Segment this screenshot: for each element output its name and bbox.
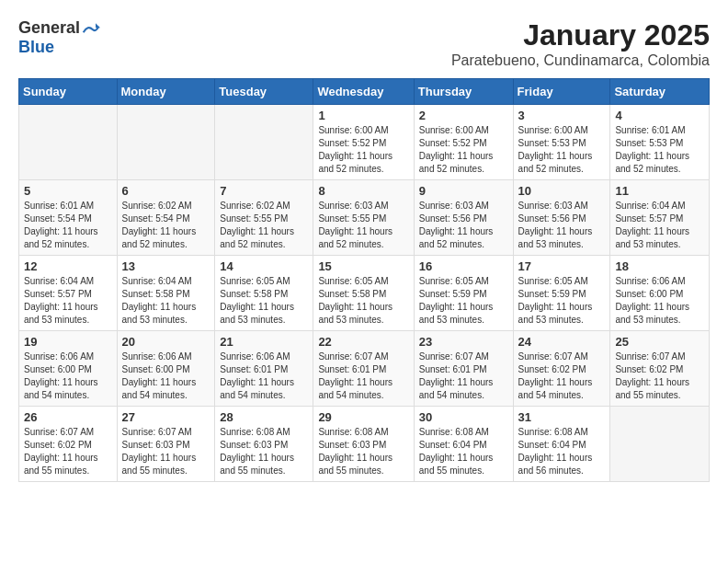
- calendar-table: Sunday Monday Tuesday Wednesday Thursday…: [18, 78, 710, 482]
- day-info: Sunrise: 6:00 AMSunset: 5:53 PMDaylight:…: [518, 124, 606, 176]
- day-info: Sunrise: 6:07 AMSunset: 6:03 PMDaylight:…: [122, 426, 210, 477]
- header-sunday: Sunday: [19, 79, 118, 105]
- day-info: Sunrise: 6:00 AMSunset: 5:52 PMDaylight:…: [318, 124, 408, 176]
- day-info: Sunrise: 6:06 AMSunset: 6:00 PMDaylight:…: [615, 275, 704, 327]
- table-row: 28Sunrise: 6:08 AMSunset: 6:03 PMDayligh…: [215, 407, 313, 482]
- day-number: 11: [615, 184, 704, 198]
- day-number: 25: [615, 335, 704, 349]
- day-number: 15: [318, 259, 408, 273]
- day-info: Sunrise: 6:05 AMSunset: 5:58 PMDaylight:…: [220, 275, 308, 327]
- table-row: 22Sunrise: 6:07 AMSunset: 6:01 PMDayligh…: [313, 331, 414, 407]
- table-row: 25Sunrise: 6:07 AMSunset: 6:02 PMDayligh…: [610, 331, 710, 407]
- day-number: 9: [419, 184, 508, 198]
- day-number: 13: [122, 259, 210, 273]
- logo-blue: Blue: [18, 39, 100, 57]
- day-info: Sunrise: 6:02 AMSunset: 5:54 PMDaylight:…: [122, 200, 210, 251]
- table-row: 21Sunrise: 6:06 AMSunset: 6:01 PMDayligh…: [215, 331, 313, 407]
- table-row: 10Sunrise: 6:03 AMSunset: 5:56 PMDayligh…: [513, 180, 610, 256]
- table-row: 13Sunrise: 6:04 AMSunset: 5:58 PMDayligh…: [117, 256, 215, 331]
- header-tuesday: Tuesday: [215, 79, 313, 105]
- day-info: Sunrise: 6:08 AMSunset: 6:03 PMDaylight:…: [220, 426, 308, 477]
- table-row: [19, 105, 118, 180]
- calendar-week-row: 1Sunrise: 6:00 AMSunset: 5:52 PMDaylight…: [19, 105, 710, 180]
- table-row: 26Sunrise: 6:07 AMSunset: 6:02 PMDayligh…: [19, 407, 118, 482]
- table-row: 5Sunrise: 6:01 AMSunset: 5:54 PMDaylight…: [19, 180, 118, 256]
- day-info: Sunrise: 6:02 AMSunset: 5:55 PMDaylight:…: [220, 200, 308, 251]
- page-header: General Blue January 2025 Paratebueno, C…: [18, 18, 710, 69]
- calendar-week-row: 26Sunrise: 6:07 AMSunset: 6:02 PMDayligh…: [19, 407, 710, 482]
- table-row: 6Sunrise: 6:02 AMSunset: 5:54 PMDaylight…: [117, 180, 215, 256]
- table-row: 20Sunrise: 6:06 AMSunset: 6:00 PMDayligh…: [117, 331, 215, 407]
- day-info: Sunrise: 6:05 AMSunset: 5:59 PMDaylight:…: [518, 275, 606, 327]
- day-info: Sunrise: 6:06 AMSunset: 6:00 PMDaylight:…: [122, 350, 210, 402]
- day-info: Sunrise: 6:08 AMSunset: 6:03 PMDaylight:…: [318, 426, 408, 477]
- day-info: Sunrise: 6:06 AMSunset: 6:01 PMDaylight:…: [220, 350, 308, 402]
- header-wednesday: Wednesday: [313, 79, 414, 105]
- day-info: Sunrise: 6:04 AMSunset: 5:58 PMDaylight:…: [122, 275, 210, 327]
- day-number: 6: [122, 184, 210, 198]
- table-row: [215, 105, 313, 180]
- table-row: 1Sunrise: 6:00 AMSunset: 5:52 PMDaylight…: [313, 105, 414, 180]
- day-info: Sunrise: 6:03 AMSunset: 5:55 PMDaylight:…: [318, 200, 408, 251]
- day-number: 30: [419, 410, 508, 424]
- table-row: 15Sunrise: 6:05 AMSunset: 5:58 PMDayligh…: [313, 256, 414, 331]
- table-row: 11Sunrise: 6:04 AMSunset: 5:57 PMDayligh…: [610, 180, 710, 256]
- day-number: 5: [24, 184, 112, 198]
- day-info: Sunrise: 6:05 AMSunset: 5:59 PMDaylight:…: [419, 275, 508, 327]
- day-info: Sunrise: 6:03 AMSunset: 5:56 PMDaylight:…: [419, 200, 508, 251]
- table-row: 12Sunrise: 6:04 AMSunset: 5:57 PMDayligh…: [19, 256, 118, 331]
- day-number: 12: [24, 259, 112, 273]
- table-row: 18Sunrise: 6:06 AMSunset: 6:00 PMDayligh…: [610, 256, 710, 331]
- table-row: 3Sunrise: 6:00 AMSunset: 5:53 PMDaylight…: [513, 105, 610, 180]
- day-info: Sunrise: 6:07 AMSunset: 6:01 PMDaylight:…: [318, 350, 408, 402]
- logo: General Blue: [18, 18, 100, 57]
- header-monday: Monday: [117, 79, 215, 105]
- table-row: 19Sunrise: 6:06 AMSunset: 6:00 PMDayligh…: [19, 331, 118, 407]
- table-row: [117, 105, 215, 180]
- table-row: 7Sunrise: 6:02 AMSunset: 5:55 PMDaylight…: [215, 180, 313, 256]
- day-number: 21: [220, 335, 308, 349]
- day-number: 18: [615, 259, 704, 273]
- day-number: 22: [318, 335, 408, 349]
- table-row: 23Sunrise: 6:07 AMSunset: 6:01 PMDayligh…: [414, 331, 513, 407]
- day-number: 28: [220, 410, 308, 424]
- table-row: 16Sunrise: 6:05 AMSunset: 5:59 PMDayligh…: [414, 256, 513, 331]
- calendar-header-row: Sunday Monday Tuesday Wednesday Thursday…: [19, 79, 710, 105]
- location-title: Paratebueno, Cundinamarca, Colombia: [451, 52, 710, 69]
- header-friday: Friday: [513, 79, 610, 105]
- day-info: Sunrise: 6:01 AMSunset: 5:53 PMDaylight:…: [615, 124, 704, 176]
- day-number: 2: [419, 109, 508, 122]
- table-row: 17Sunrise: 6:05 AMSunset: 5:59 PMDayligh…: [513, 256, 610, 331]
- table-row: 2Sunrise: 6:00 AMSunset: 5:52 PMDaylight…: [414, 105, 513, 180]
- day-info: Sunrise: 6:07 AMSunset: 6:02 PMDaylight:…: [615, 350, 704, 402]
- day-number: 24: [518, 335, 606, 349]
- day-number: 3: [518, 109, 606, 122]
- header-saturday: Saturday: [610, 79, 710, 105]
- day-number: 1: [318, 109, 408, 122]
- day-number: 10: [518, 184, 606, 198]
- table-row: 24Sunrise: 6:07 AMSunset: 6:02 PMDayligh…: [513, 331, 610, 407]
- day-number: 31: [518, 410, 606, 424]
- month-title: January 2025: [451, 18, 710, 52]
- day-info: Sunrise: 6:07 AMSunset: 6:01 PMDaylight:…: [419, 350, 508, 402]
- table-row: [610, 407, 710, 482]
- table-row: 9Sunrise: 6:03 AMSunset: 5:56 PMDaylight…: [414, 180, 513, 256]
- day-info: Sunrise: 6:03 AMSunset: 5:56 PMDaylight:…: [518, 200, 606, 251]
- title-section: January 2025 Paratebueno, Cundinamarca, …: [451, 18, 710, 69]
- header-thursday: Thursday: [414, 79, 513, 105]
- day-info: Sunrise: 6:00 AMSunset: 5:52 PMDaylight:…: [419, 124, 508, 176]
- day-number: 20: [122, 335, 210, 349]
- day-info: Sunrise: 6:01 AMSunset: 5:54 PMDaylight:…: [24, 200, 112, 251]
- day-number: 8: [318, 184, 408, 198]
- day-number: 4: [615, 109, 704, 122]
- table-row: 30Sunrise: 6:08 AMSunset: 6:04 PMDayligh…: [414, 407, 513, 482]
- table-row: 8Sunrise: 6:03 AMSunset: 5:55 PMDaylight…: [313, 180, 414, 256]
- calendar-week-row: 19Sunrise: 6:06 AMSunset: 6:00 PMDayligh…: [19, 331, 710, 407]
- day-info: Sunrise: 6:08 AMSunset: 6:04 PMDaylight:…: [518, 426, 606, 477]
- day-info: Sunrise: 6:07 AMSunset: 6:02 PMDaylight:…: [518, 350, 606, 402]
- day-info: Sunrise: 6:04 AMSunset: 5:57 PMDaylight:…: [24, 275, 112, 327]
- table-row: 27Sunrise: 6:07 AMSunset: 6:03 PMDayligh…: [117, 407, 215, 482]
- day-info: Sunrise: 6:05 AMSunset: 5:58 PMDaylight:…: [318, 275, 408, 327]
- day-info: Sunrise: 6:07 AMSunset: 6:02 PMDaylight:…: [24, 426, 112, 477]
- logo-general: General: [18, 19, 80, 38]
